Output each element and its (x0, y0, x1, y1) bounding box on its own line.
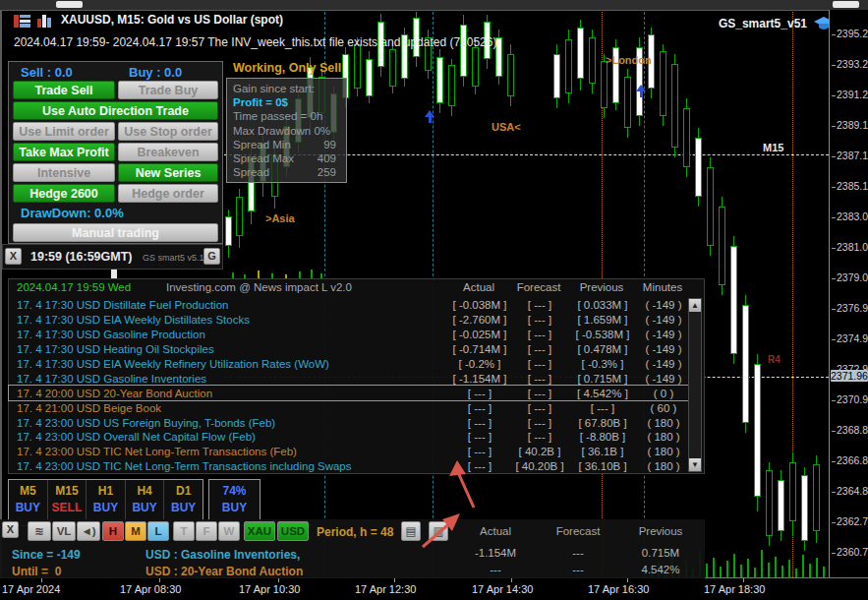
breakeven-button[interactable]: Breakeven (118, 143, 218, 161)
current-price-tag: 2371.960 (831, 370, 868, 382)
news-row[interactable]: 17. 4 17:30 USD Heating Oil Stockpiles[ … (9, 342, 689, 357)
tf-label: H4 (126, 484, 164, 498)
price-axis-label: 2389.170 (832, 119, 868, 131)
take-max-profit-button[interactable]: Take Max Profit (13, 143, 115, 161)
news-minutes-value: ( 180 ) (638, 460, 689, 472)
gain-info-row: Profit = 0$ (233, 95, 340, 109)
micro-tick (299, 271, 301, 278)
toolbar-close-button[interactable]: X (2, 521, 19, 538)
mini-col-actual: Actual (454, 525, 537, 537)
tf-signal-value: BUY (9, 501, 47, 514)
trade-sell-button[interactable]: Trade Sell (13, 81, 115, 99)
price-axis-label: 2391.200 (832, 89, 868, 100)
news-minutes-value: ( 180 ) (638, 417, 689, 429)
t-button[interactable]: T (173, 521, 195, 541)
news-row[interactable]: 17. 4 23:00 USD US Foreign Buying, T-bon… (9, 415, 689, 430)
candle-body (789, 462, 796, 521)
gain-info-row: Spread Max409 (233, 151, 340, 165)
candle-body (436, 57, 443, 103)
gain-row-label: Time passed = 0h (233, 109, 322, 123)
news-event-name: 17. 4 17:30 USD Gasoline Production (9, 329, 447, 340)
time-axis-tick (394, 578, 395, 582)
news-row[interactable]: 17. 4 23:00 USD Overall Net Capital Flow… (9, 430, 689, 445)
tf-signal-value: SELL (48, 501, 87, 514)
gain-info-row: Time passed = 0h (233, 109, 340, 123)
scroll-down-button[interactable]: ▼ (689, 458, 701, 471)
news-row[interactable]: 17. 4 23:00 USD TIC Net Long-Term Transa… (9, 445, 689, 459)
gain-info-row: Spread Min99 (233, 138, 340, 151)
time-axis-label: 17 Apr 08:30 (120, 583, 181, 595)
price-axis-label: 2366.840 (832, 454, 868, 466)
news-forecast-value: [ --- ] (512, 431, 567, 443)
news-minutes-value: ( 0 ) (638, 388, 689, 399)
mini-news-values-panel: Actual Forecast Previous -1.154M---0.715… (452, 519, 705, 578)
news-minutes-value: ( -149 ) (638, 299, 689, 311)
since-label: Since = -149 (12, 548, 81, 562)
price-axis-label: 2376.990 (832, 302, 868, 314)
news-actual-value: [ -0.2% ] (447, 358, 512, 370)
period-label: Period, h = 48 (317, 525, 393, 539)
close-panel-button[interactable]: X (5, 248, 22, 265)
gain-row-label: Profit = 0$ (233, 95, 288, 109)
f-button[interactable]: F (196, 521, 217, 541)
news-column-headers: Actual Forecast Previous Minutes (446, 281, 688, 293)
drawdown-label: DrawDown: 0.0% (21, 206, 124, 220)
news-scrollbar[interactable]: ▲ ▼ (688, 298, 702, 472)
ea-name-badge: GS_smart5_v51 (719, 17, 807, 30)
news-row[interactable]: 17. 4 17:30 USD EIA Weekly Distillates S… (9, 313, 689, 328)
news-row[interactable]: 17. 4 17:30 USD EIA Weekly Refinery Util… (9, 357, 689, 372)
volume-bar (740, 565, 742, 577)
mini-table-value: 0.715M (619, 547, 702, 559)
volume-bar (761, 550, 763, 577)
g-button[interactable]: G (203, 248, 220, 265)
mini-table-value: --- (454, 564, 537, 575)
intensive-button[interactable]: Intensive (13, 163, 115, 182)
news-event-name: 17. 4 20:00 USD 20-Year Bond Auction (9, 388, 447, 399)
news-row[interactable]: 17. 4 17:30 USD Gasoline Production[ -0.… (9, 328, 689, 342)
use-stop-order-button[interactable]: Use Stop order (118, 122, 218, 141)
candle-body (601, 61, 608, 108)
trade-buy-button[interactable]: Trade Buy (118, 81, 218, 99)
news-row[interactable]: 17. 4 21:00 USD Beige Book[ --- ][ --- ]… (9, 400, 689, 415)
news-row[interactable]: 17. 4 20:00 USD 20-Year Bond Auction[ --… (9, 386, 689, 400)
candle-body (448, 65, 455, 106)
since-detail: USD : Gasoline Inventories, (145, 548, 300, 562)
news-previous-value: [ 0.478M ] (567, 343, 638, 355)
hedge-2600-button[interactable]: Hedge 2600 (13, 184, 115, 203)
gain-row-value: 259 (318, 165, 340, 179)
candle-body (472, 47, 479, 87)
wave-button[interactable]: ≋ (28, 521, 51, 541)
news-row[interactable]: 17. 4 17:30 USD Distillate Fuel Producti… (9, 298, 689, 313)
scroll-up-button[interactable]: ▲ (689, 299, 701, 312)
vl-button[interactable]: VL (52, 521, 76, 541)
time-axis-tick (41, 578, 42, 582)
news-event-name: 17. 4 23:00 USD Overall Net Capital Flow… (9, 431, 447, 443)
m-button[interactable]: M (125, 521, 146, 541)
score-percent: 74% (209, 484, 260, 498)
xau-button[interactable]: XAU (244, 521, 275, 541)
w-button[interactable]: W (218, 521, 240, 541)
news-event-name: 17. 4 17:30 USD Distillate Fuel Producti… (9, 299, 447, 311)
usd-button[interactable]: USD (277, 521, 309, 541)
hedge-order-button[interactable]: Hedge order (118, 184, 218, 203)
mini-table-value: --- (537, 547, 619, 559)
use-auto-direction-trade-button[interactable]: Use Auto Direction Trade (13, 101, 218, 120)
new-series-button[interactable]: New Series (118, 163, 218, 182)
news-row[interactable]: 17. 4 17:30 USD Gasoline Inventories[ -1… (9, 371, 689, 386)
candle-body (813, 464, 820, 531)
time-axis-label: 17 Apr 16:30 (588, 583, 649, 595)
news-row[interactable]: 17. 4 23:00 USD TIC Net Long-Term Transa… (9, 459, 689, 474)
candle-body (589, 37, 596, 84)
price-axis-label: 2385.110 (832, 180, 868, 192)
news-event-name: 17. 4 17:30 USD EIA Weekly Refinery Util… (9, 358, 447, 370)
sound-button[interactable]: ◄) (77, 521, 100, 541)
use-limit-order-button[interactable]: Use Limit order (13, 122, 115, 141)
h-button[interactable]: H (102, 521, 124, 541)
news-actual-value: [ -0.038M ] (447, 299, 512, 311)
sell-lots-label: Sell : 0.0 (21, 65, 73, 80)
volume-bar (768, 563, 770, 577)
manual-trading-button[interactable]: Manual trading (13, 223, 218, 242)
l-button[interactable]: L (147, 521, 169, 541)
col-previous: Previous (566, 281, 637, 293)
session-label: >London (606, 54, 652, 66)
